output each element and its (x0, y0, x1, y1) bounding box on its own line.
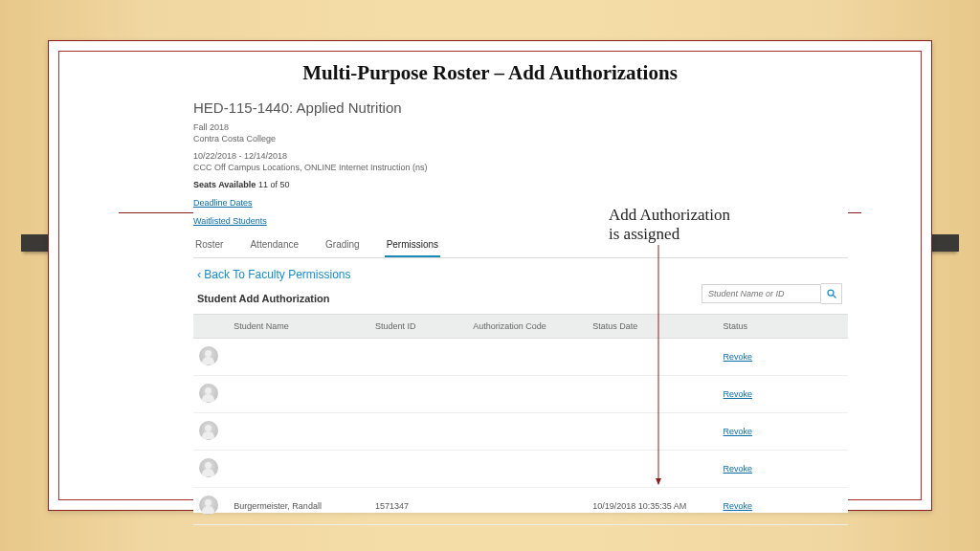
table-row: Revoke (193, 375, 848, 412)
back-link-label: Back To Faculty Permissions (204, 268, 350, 281)
search-icon[interactable] (821, 283, 842, 304)
seats-available: Seats Available 11 of 50 (193, 180, 848, 189)
course-title: HED-115-1440: Applied Nutrition (193, 99, 848, 116)
cell-student-name (228, 375, 369, 412)
cell-student-name (228, 338, 369, 375)
cell-auth-code (467, 412, 587, 450)
cell-auth-code (467, 375, 587, 412)
seats-value: 11 of 50 (258, 180, 290, 189)
revoke-link[interactable]: Revoke (724, 501, 753, 511)
app-panel: HED-115-1440: Applied Nutrition Fall 201… (193, 99, 848, 513)
seats-label: Seats Available (193, 180, 256, 189)
avatar (199, 458, 218, 477)
th-id: Student ID (369, 314, 467, 338)
search-input[interactable] (702, 284, 821, 303)
revoke-link[interactable]: Revoke (724, 389, 753, 399)
tab-attendance[interactable]: Attendance (248, 235, 301, 257)
avatar (199, 496, 218, 515)
cell-student-name (228, 412, 369, 450)
course-dates-block: 10/22/2018 - 12/14/2018 CCC Off Campus L… (193, 150, 848, 173)
authorization-table: Student Name Student ID Authorization Co… (193, 314, 848, 525)
tab-roster[interactable]: Roster (193, 235, 225, 257)
cell-student-name (228, 450, 369, 487)
table-row: Burgermeister, Randall157134710/19/2018 … (193, 487, 848, 524)
tab-permissions[interactable]: Permissions (385, 235, 440, 257)
cell-status-date (587, 338, 717, 375)
revoke-link[interactable]: Revoke (724, 464, 753, 474)
revoke-link[interactable]: Revoke (724, 427, 753, 436)
table-row: Revoke (193, 412, 848, 450)
slide-frame: Multi-Purpose Roster – Add Authorization… (48, 40, 932, 511)
college-text: Contra Costa College (193, 133, 848, 144)
inner-frame: Multi-Purpose Roster – Add Authorization… (58, 51, 922, 500)
annotation-line2: is assigned (609, 225, 766, 244)
th-status: Status (718, 314, 815, 338)
slide-title: Multi-Purpose Roster – Add Authorization… (59, 52, 921, 89)
revoke-link[interactable]: Revoke (724, 352, 753, 362)
table-header-row: Student Name Student ID Authorization Co… (193, 314, 848, 338)
table-row: Revoke (193, 338, 848, 375)
cell-student-id: 1571347 (369, 487, 467, 524)
cell-auth-code (467, 338, 587, 375)
term-text: Fall 2018 (193, 121, 848, 133)
avatar (199, 346, 218, 365)
avatar (199, 421, 218, 440)
svg-point-0 (828, 290, 834, 296)
avatar (199, 384, 218, 403)
cell-student-id (369, 338, 467, 375)
tab-grading[interactable]: Grading (323, 235, 362, 257)
date-range-text: 10/22/2018 - 12/14/2018 (193, 150, 848, 162)
table-row: Revoke (193, 450, 848, 487)
cell-student-id (369, 375, 467, 412)
cell-student-name: Burgermeister, Randall (228, 487, 369, 524)
deadline-dates-link[interactable]: Deadline Dates (193, 198, 253, 208)
cell-student-id (369, 412, 467, 450)
th-name: Student Name (228, 314, 369, 338)
svg-line-1 (833, 296, 835, 298)
annotation-line1: Add Authorization (609, 206, 766, 225)
annotation-callout: Add Authorization is assigned (603, 205, 771, 244)
course-term-block: Fall 2018 Contra Costa College (193, 121, 848, 144)
th-auth: Authorization Code (467, 314, 587, 338)
chevron-left-icon: ‹ (197, 268, 201, 280)
cell-student-id (369, 450, 467, 487)
cell-status-date (587, 450, 717, 487)
ribbon-right (930, 234, 959, 252)
cell-status-date (587, 375, 717, 412)
location-text: CCC Off Campus Locations, ONLINE Interne… (193, 162, 848, 173)
waitlisted-students-link[interactable]: Waitlisted Students (193, 216, 267, 226)
cell-status-date: 10/19/2018 10:35:35 AM (587, 487, 717, 524)
cell-auth-code (467, 450, 587, 487)
search-wrap (702, 283, 842, 304)
ribbon-left (21, 234, 50, 252)
cell-status-date (587, 412, 717, 450)
cell-auth-code (467, 487, 587, 524)
th-date: Status Date (587, 314, 717, 338)
